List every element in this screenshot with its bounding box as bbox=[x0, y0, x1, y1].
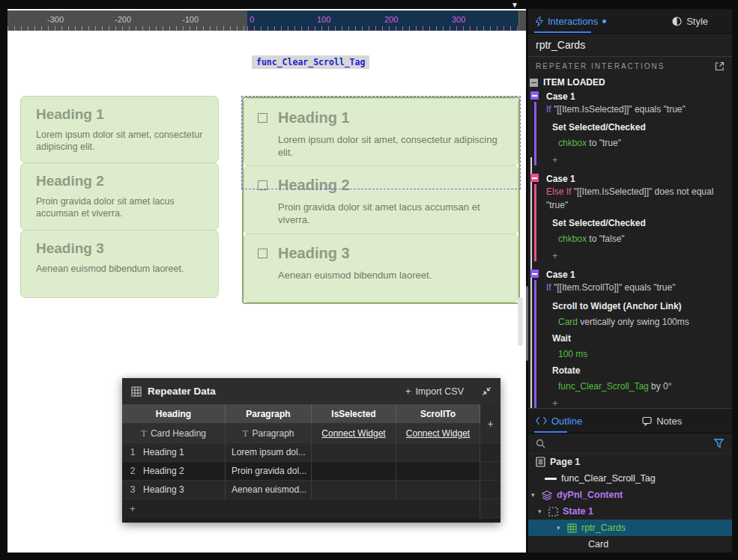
event-item-loaded[interactable]: ITEM LOADED bbox=[528, 75, 732, 90]
column-binding[interactable]: T Card Heading bbox=[122, 424, 226, 443]
table-cell[interactable]: 3 Heading 3 bbox=[122, 481, 226, 499]
case-action[interactable]: Wait 100 ms bbox=[546, 333, 728, 359]
panel-scrollbar[interactable] bbox=[526, 286, 528, 361]
caret-down-icon[interactable]: ▾ bbox=[557, 524, 563, 532]
case-action[interactable]: Scroll to Widget (Anchor Link) Card vert… bbox=[546, 301, 728, 327]
ruler-tick-label: 100 bbox=[317, 15, 330, 24]
add-action-button[interactable]: + bbox=[546, 398, 728, 409]
collapse-case-icon[interactable] bbox=[530, 91, 539, 100]
tab-notes[interactable]: Notes bbox=[635, 409, 689, 433]
column-header[interactable]: IsSelected bbox=[312, 404, 396, 424]
repeater-card-group[interactable]: Heading 1 Lorem ipsum dolor sit amet, co… bbox=[242, 97, 520, 304]
card[interactable]: Heading 2 Proin gravida dolor sit amet l… bbox=[244, 165, 518, 234]
table-side-gutter bbox=[480, 481, 500, 499]
column-header[interactable]: Heading bbox=[122, 404, 226, 424]
card-paragraph: Aenean euismod bibendum laoreet. bbox=[278, 270, 432, 282]
ruler-positive-region: 0 100 200 300 40 bbox=[247, 10, 526, 31]
tab-interactions[interactable]: Interactions bbox=[528, 9, 614, 33]
case-condition[interactable]: If "[[Item.IsSelected]]" equals "true" bbox=[546, 103, 723, 116]
table-cell[interactable] bbox=[312, 462, 396, 481]
add-row-button[interactable]: + bbox=[122, 499, 480, 518]
repeater-data-panel: Repeater Data + Import CSV Heading Parag… bbox=[122, 378, 500, 523]
collapse-case-icon[interactable] bbox=[530, 270, 539, 278]
table-cell[interactable] bbox=[396, 443, 480, 462]
row-number: 2 bbox=[122, 466, 143, 476]
card[interactable]: Heading 1 Lorem ipsum dolor sit amet, co… bbox=[244, 98, 518, 166]
interaction-case[interactable]: Case 1 If "[[Item.IsSelected]]" equals "… bbox=[528, 90, 732, 167]
tree-item-hline[interactable]: func_Clear_Scroll_Tag bbox=[528, 470, 732, 487]
connect-widget-link[interactable]: Connect Widget bbox=[321, 428, 385, 439]
open-external-icon[interactable] bbox=[715, 61, 725, 71]
horizontal-ruler[interactable]: -300 -200 -100 0 100 200 300 40 bbox=[7, 10, 526, 31]
card[interactable]: Heading 2 Proin gravida dolor sit amet l… bbox=[20, 162, 219, 231]
table-cell[interactable]: 1 Heading 1 bbox=[122, 443, 226, 462]
inspector-tabbar: Interactions Style bbox=[528, 9, 732, 34]
collapse-case-icon[interactable] bbox=[530, 174, 539, 182]
collapse-event-icon[interactable] bbox=[530, 79, 538, 87]
layers-icon bbox=[542, 490, 552, 500]
table-cell[interactable] bbox=[312, 481, 396, 499]
tree-item-repeater[interactable]: ▾ rptr_Cards bbox=[528, 520, 732, 536]
action-param: chkbox to "false" bbox=[546, 234, 728, 244]
notes-bubble-icon bbox=[642, 416, 652, 426]
column-binding[interactable]: T Paragraph bbox=[226, 424, 312, 443]
card[interactable]: Heading 1 Lorem ipsum dolor sit amet, co… bbox=[20, 96, 219, 163]
table-cell[interactable] bbox=[396, 462, 480, 481]
text-type-icon: T bbox=[141, 427, 147, 439]
page-dropdown-icon[interactable]: ▼ bbox=[511, 1, 518, 9]
checkbox[interactable] bbox=[258, 180, 267, 190]
caret-down-icon[interactable]: ▾ bbox=[531, 491, 537, 499]
collapse-panel-icon[interactable] bbox=[482, 386, 492, 396]
outline-tabbar: Outline Notes bbox=[528, 409, 732, 433]
connect-widget-link[interactable]: Connect Widget bbox=[406, 428, 470, 439]
page-icon bbox=[536, 457, 545, 467]
canvas-vertical-scrollbar[interactable] bbox=[518, 297, 523, 346]
checkbox[interactable] bbox=[258, 113, 267, 123]
ruler-negative-region: -300 -200 -100 bbox=[7, 10, 247, 31]
case-action[interactable]: Rotate func_Clear_Scroll_Tag by 0° bbox=[546, 365, 728, 392]
case-condition[interactable]: Else If "[[Item.IsSelected]]" does not e… bbox=[546, 186, 723, 212]
add-action-button[interactable]: + bbox=[546, 250, 728, 261]
table-cell[interactable]: Aenean euismod... bbox=[226, 481, 312, 499]
interaction-case[interactable]: Case 1 Else If "[[Item.IsSelected]]" doe… bbox=[528, 172, 732, 263]
table-cell[interactable] bbox=[312, 443, 396, 462]
card-stack-left[interactable]: Heading 1 Lorem ipsum dolor sit amet, co… bbox=[20, 96, 219, 298]
tab-outline[interactable]: Outline bbox=[528, 409, 590, 433]
inspector-panel: Interactions Style rptr_Cards REPEATER I… bbox=[528, 9, 732, 408]
card[interactable]: Heading 3 Aenean euismod bibendum laoree… bbox=[20, 230, 219, 298]
column-binding[interactable]: Connect Widget bbox=[396, 424, 480, 443]
case-action[interactable]: Set Selected/Checked chkbox to "false" bbox=[546, 218, 728, 244]
tab-style[interactable]: Style bbox=[665, 9, 716, 33]
ruler-tick-label: 200 bbox=[384, 15, 398, 24]
card-heading: Heading 3 bbox=[278, 245, 432, 262]
card[interactable]: Heading 3 Aenean euismod bibendum laoree… bbox=[244, 234, 518, 302]
outline-search-bar[interactable] bbox=[528, 433, 732, 454]
tree-item-dynamic-panel[interactable]: ▾ dyPnl_Content bbox=[528, 487, 732, 503]
add-action-button[interactable]: + bbox=[546, 154, 728, 165]
checkbox[interactable] bbox=[258, 249, 267, 258]
table-cell[interactable] bbox=[396, 481, 480, 499]
table-cell[interactable]: 2 Heading 2 bbox=[122, 462, 226, 481]
import-csv-button[interactable]: + Import CSV bbox=[405, 386, 464, 397]
widget-name-field[interactable]: rptr_Cards bbox=[528, 34, 732, 57]
action-param: Card vertically only swing 100ms bbox=[546, 317, 728, 327]
table-cell[interactable]: Proin gravida dol... bbox=[226, 462, 312, 481]
caret-down-icon[interactable]: ▾ bbox=[538, 508, 544, 515]
column-binding[interactable]: Connect Widget bbox=[312, 424, 396, 443]
search-icon[interactable] bbox=[536, 439, 545, 448]
repeater-interactions-section: REPEATER INTERACTIONS bbox=[528, 57, 732, 75]
ruler-tick-label: 0 bbox=[249, 15, 254, 24]
case-action[interactable]: Set Selected/Checked chkbox to "true" bbox=[546, 122, 728, 148]
filter-icon[interactable] bbox=[714, 439, 725, 448]
interaction-case[interactable]: Case 1 If "[[Item.ScrollTo]]" equals "tr… bbox=[528, 268, 732, 410]
add-column-button[interactable]: + bbox=[480, 404, 500, 443]
tree-item-card-group[interactable]: Card bbox=[528, 536, 732, 553]
table-cell[interactable]: Lorem ipsum dol... bbox=[226, 443, 312, 462]
column-header[interactable]: ScrollTo bbox=[396, 404, 480, 424]
tree-item-page[interactable]: Page 1 bbox=[528, 454, 732, 470]
column-header[interactable]: Paragraph bbox=[226, 404, 312, 424]
case-condition[interactable]: If "[[Item.ScrollTo]]" equals "true" bbox=[546, 281, 723, 294]
widget-func-clear-scroll-tag[interactable]: func_Clear_Scroll_Tag bbox=[252, 55, 369, 69]
plus-icon: + bbox=[405, 386, 411, 397]
tree-item-state[interactable]: ▾ State 1 bbox=[528, 503, 732, 520]
